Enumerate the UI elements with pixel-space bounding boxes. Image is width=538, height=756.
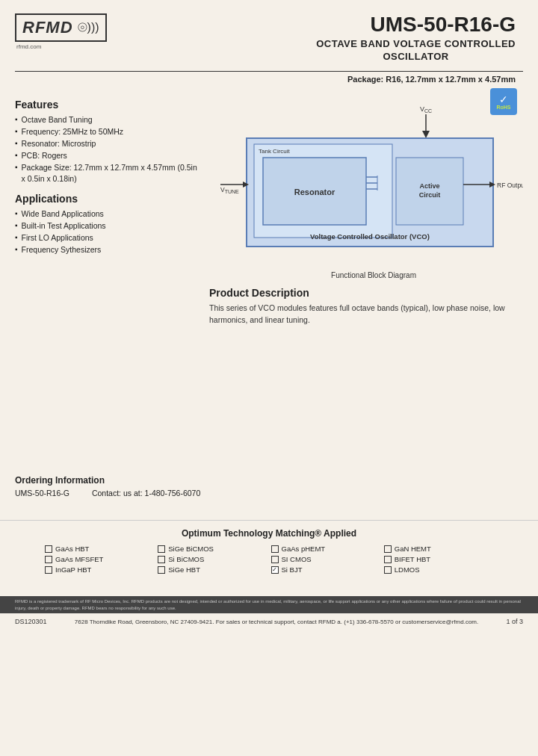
list-item: Frequency Sythesizers: [15, 244, 202, 255]
footer-bottom: DS120301 7628 Thorndike Road, Greensboro…: [0, 613, 538, 630]
list-item: PCB: Rogers: [15, 150, 202, 161]
svg-text:VCC: VCC: [420, 105, 432, 114]
svg-text:Circuit: Circuit: [419, 191, 441, 199]
svg-text:Tank Circuit: Tank Circuit: [259, 148, 291, 155]
block-diagram: VCC Tank Circuit Resonator: [209, 102, 523, 267]
main-content: Features Octave Band Tuning Frequency: 2…: [0, 91, 538, 326]
tech-label-gaas-phemt: GaAs pHEMT: [282, 545, 326, 553]
logo-url: rfmd.com: [16, 43, 41, 50]
list-item: Wide Band Applications: [15, 208, 202, 219]
checkbox-sige-bicmos: [158, 545, 165, 553]
logo-box: RFMD ⦾))): [15, 13, 107, 42]
tech-label-gan-hemt: GaN HEMT: [395, 545, 431, 553]
tech-label-ingap-hbt: InGaP HBT: [55, 566, 91, 574]
ordering-section: Ordering Information UMS-50-R16-G Contac…: [0, 475, 538, 498]
tech-item-gan-hemt: GaN HEMT: [384, 545, 493, 553]
product-description-section: Product Description This series of VCO m…: [209, 287, 523, 326]
block-diagram-svg: VCC Tank Circuit Resonator: [209, 102, 523, 267]
tech-item-bifet-hbt: BIFET HBT: [384, 555, 493, 563]
svg-marker-2: [422, 131, 430, 138]
tech-label-si-cmos: SI CMOS: [282, 555, 312, 563]
technology-grid: GaAs HBT SiGe BiCMOS GaAs pHEMT GaN HEMT…: [45, 545, 493, 574]
tech-item-ingap-hbt: InGaP HBT: [45, 566, 154, 574]
features-section: Features Octave Band Tuning Frequency: 2…: [15, 99, 202, 184]
tech-label-gaas-mfsfet: GaAs MFSFET: [55, 555, 103, 563]
right-column: VCC Tank Circuit Resonator: [209, 99, 523, 326]
list-item: First LO Applications: [15, 232, 202, 243]
list-item: Built-in Test Applications: [15, 220, 202, 231]
diagram-caption: Functional Block Diagram: [224, 271, 523, 279]
checkbox-si-cmos: [271, 556, 279, 563]
checkbox-gaas-mfsfet: [45, 556, 52, 563]
page-container: RFMD ⦾))) rfmd.com UMS-50-R16-G OCTAVE B…: [0, 0, 538, 756]
left-column: Features Octave Band Tuning Frequency: 2…: [15, 99, 202, 326]
tech-item-si-bicmos: Si BiCMOS: [158, 555, 267, 563]
checkbox-si-bicmos: [158, 556, 165, 563]
logo-rfmd: RFMD: [22, 18, 73, 37]
svg-text:Resonator: Resonator: [294, 188, 336, 196]
ordering-title: Ordering Information: [15, 475, 523, 486]
tech-label-si-bjt: Si BJT: [282, 566, 303, 574]
ordering-part-number: UMS-50-R16-G: [15, 489, 69, 498]
product-subtitle-line1: OCTAVE BAND VOLTAGE CONTROLLED: [316, 38, 516, 49]
checkbox-gaas-phemt: [271, 545, 279, 553]
list-item: Frequency: 25MHz to 50MHz: [15, 126, 202, 137]
svg-text:VTUNE: VTUNE: [220, 186, 239, 194]
tech-item-sige-bicmos: SiGe BiCMOS: [158, 545, 267, 553]
footer-page: 1 of 3: [506, 618, 523, 625]
tech-label-ldmos: LDMOS: [395, 566, 420, 574]
footer-legal: RFMD is a registered trademark of RF Mic…: [0, 596, 538, 613]
tech-label-si-bicmos: Si BiCMOS: [168, 555, 204, 563]
tech-item-si-bjt: Si BJT: [271, 566, 380, 574]
checkbox-ingap-hbt: [45, 566, 52, 574]
tech-label-sige-bicmos: SiGe BiCMOS: [168, 545, 214, 553]
footer-doc-id: DS120301: [15, 618, 47, 625]
ordering-contact: Contact: us at: 1-480-756-6070: [92, 489, 200, 498]
tech-item-si-cmos: SI CMOS: [271, 555, 380, 563]
technology-title: Optimum Technology Matching® Applied: [15, 528, 523, 539]
applications-title: Applications: [15, 193, 202, 205]
applications-section: Applications Wide Band Applications Buil…: [15, 193, 202, 255]
logo-waves-icon: ⦾))): [78, 21, 99, 34]
tech-item-gaas-mfsfet: GaAs MFSFET: [45, 555, 154, 563]
tech-item-gaas-hbt: GaAs HBT: [45, 545, 154, 553]
applications-list: Wide Band Applications Built-in Test App…: [15, 208, 202, 255]
svg-text:Voltage Controlled Oscillator : Voltage Controlled Oscillator (VCO): [310, 232, 430, 241]
title-area: UMS-50-R16-G OCTAVE BAND VOLTAGE CONTROL…: [316, 13, 516, 62]
footer-legal-text: RFMD is a registered trademark of RF Mic…: [15, 599, 521, 610]
technology-section: Optimum Technology Matching® Applied GaA…: [0, 520, 538, 581]
tech-label-bifet-hbt: BIFET HBT: [395, 555, 430, 563]
checkbox-si-bjt: [271, 566, 279, 574]
features-list: Octave Band Tuning Frequency: 25MHz to 5…: [15, 114, 202, 184]
checkbox-gaas-hbt: [45, 545, 52, 553]
checkbox-gan-hemt: [384, 545, 392, 553]
header: RFMD ⦾))) rfmd.com UMS-50-R16-G OCTAVE B…: [0, 0, 538, 68]
tech-item-gaas-phemt: GaAs pHEMT: [271, 545, 380, 553]
checkbox-ldmos: [384, 566, 392, 574]
list-item: Octave Band Tuning: [15, 114, 202, 125]
ordering-row: UMS-50-R16-G Contact: us at: 1-480-756-6…: [15, 489, 523, 498]
svg-text:Active: Active: [419, 182, 439, 190]
tech-label-gaas-hbt: GaAs HBT: [55, 545, 89, 553]
logo-area: RFMD ⦾))) rfmd.com: [15, 13, 107, 50]
package-info: Package: R16, 12.7mm x 12.7mm x 4.57mm: [0, 75, 538, 84]
product-description-title: Product Description: [209, 287, 523, 299]
tech-label-sige-hbt: SiGe HBT: [168, 566, 200, 574]
checkbox-bifet-hbt: [384, 556, 392, 563]
svg-text:RF Output: RF Output: [497, 182, 523, 189]
product-subtitle-line2: OSCILLATOR: [316, 51, 516, 62]
features-title: Features: [15, 99, 202, 111]
list-item: Resonator: Microstrip: [15, 138, 202, 149]
header-divider: [15, 71, 523, 72]
product-description-text: This series of VCO modules features full…: [209, 303, 523, 326]
list-item: Package Size: 12.7mm x 12.7mm x 4.57mm (…: [15, 162, 202, 183]
checkbox-sige-hbt: [158, 566, 165, 574]
product-title: UMS-50-R16-G: [316, 13, 516, 37]
tech-item-sige-hbt: SiGe HBT: [158, 566, 267, 574]
footer-address: 7628 Thorndike Road, Greensboro, NC 2740…: [75, 619, 478, 625]
tech-item-ldmos: LDMOS: [384, 566, 493, 574]
